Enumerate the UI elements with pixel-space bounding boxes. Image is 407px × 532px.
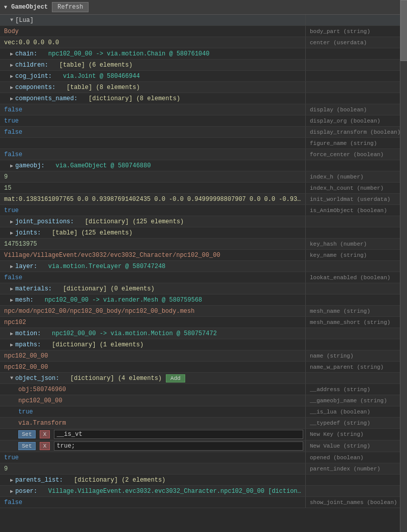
parents-list-value: [dictionary] (2 elements) <box>63 477 166 484</box>
chain-expand-icon: ▶ <box>10 51 13 57</box>
mesh-key: mesh: <box>15 297 34 304</box>
layer-row[interactable]: ▶ layer: via.motion.TreeLayer @ 58074724… <box>0 261 407 272</box>
children-value: [table] (6 elements) <box>48 62 133 69</box>
key-name-value: Village/VillageEvent/evc3032/evc3032_Cha… <box>4 252 220 259</box>
lua-label: [Lua] <box>15 17 34 24</box>
layer-value: via.motion.TreeLayer @ 580747248 <box>37 263 165 270</box>
scrollbar[interactable] <box>400 0 407 532</box>
cog-joint-row[interactable]: ▶ cog_joint: via.Joint @ 580466944 <box>0 71 407 82</box>
index-h-value: 9 <box>4 173 8 181</box>
gameobj-row[interactable]: ▶ gameobj: via.GameObject @ 580746880 <box>0 160 407 171</box>
poser-expand-icon: ▶ <box>10 488 13 494</box>
is-lua-row: true __is_lua (boolean) <box>0 406 407 418</box>
components-named-value: [dictionary] (8 elements) <box>77 95 180 102</box>
key-hash-row: 147513975 key_hash (number) <box>0 239 407 250</box>
components-named-expand-icon: ▶ <box>10 96 13 102</box>
gameobj-name-row: npc102_00_00 __gameobj_name (string) <box>0 395 407 406</box>
obj-addr-row: obj:580746960 __address (string) <box>0 384 407 395</box>
header: ▼ GameObject Refresh <box>0 0 407 15</box>
lookat-type: lookat_enabled (boolean) <box>310 275 390 281</box>
force-center-type: force_center (boolean) <box>310 152 384 158</box>
scrollbar-thumb[interactable] <box>400 0 407 61</box>
mesh-name-value: npc/mod/npc102_00/npc102_00_body/npc102_… <box>4 308 194 315</box>
object-json-value: [dictionary] (4 elements) <box>59 375 162 382</box>
force-center-row: false force_center (boolean) <box>0 149 407 160</box>
opened-row: true opened (boolean) <box>0 452 407 463</box>
name-value: npc102_00_00 <box>4 352 48 360</box>
name-w-parent-row: npc102_00_00 name_w_parent (string) <box>0 362 407 373</box>
materials-expand-icon: ▶ <box>10 286 13 292</box>
obj-addr-type: __address (string) <box>310 387 370 393</box>
children-expand-icon: ▶ <box>10 62 13 68</box>
poser-value: Village.VillageEvent.evc3032.evc3032_Cha… <box>37 488 303 495</box>
x-val-button[interactable]: X <box>40 442 50 450</box>
display-transform-type: display_transform (boolean) <box>310 129 400 135</box>
new-value-input[interactable] <box>54 441 303 451</box>
opened-type: opened (boolean) <box>310 455 364 461</box>
typedef-row: via.Transform __typedef (string) <box>0 418 407 429</box>
components-named-row[interactable]: ▶ components_named: [dictionary] (8 elem… <box>0 93 407 104</box>
new-value-row[interactable]: Set X New Value (string) <box>0 440 407 452</box>
display-transform-value: false <box>4 129 22 136</box>
init-worldmat-value: mat:0.1383161097765 0.0 0.93987691402435… <box>4 196 303 203</box>
index-h-count-type: index_h_count (number) <box>310 185 384 191</box>
poser-row[interactable]: ▶ poser: Village.VillageEvent.evc3032.ev… <box>0 486 407 497</box>
parents-list-row[interactable]: ▶ parents_list: [dictionary] (2 elements… <box>0 475 407 486</box>
object-json-row[interactable]: ▼ object_json: [dictionary] (4 elements)… <box>0 373 407 384</box>
figure-name-row: figure_name (string) <box>0 138 407 149</box>
index-h-type: index_h (number) <box>310 174 364 180</box>
materials-value: [dictionary] (0 elements) <box>52 285 155 292</box>
children-key: children: <box>15 62 48 69</box>
joints-expand-icon: ▶ <box>10 230 13 236</box>
chain-value: npc102_00_00 -> via.motion.Chain @ 58076… <box>37 50 209 57</box>
mesh-name-short-value: npc102 <box>4 319 26 326</box>
components-key: components: <box>15 84 55 91</box>
body-row: Body body_part (string) <box>0 26 407 37</box>
new-key-row[interactable]: Set X New Key (string) <box>0 429 407 440</box>
joint-positions-row[interactable]: ▶ joint_positions: [dictionary] (125 ele… <box>0 216 407 227</box>
index-h-count-row: 15 index_h_count (number) <box>0 183 407 194</box>
typedef-type: __typedef (string) <box>310 420 370 426</box>
gameobj-expand-icon: ▶ <box>10 163 13 169</box>
gameobj-value: via.GameObject @ 580746880 <box>45 162 151 169</box>
new-key-input[interactable] <box>54 430 303 439</box>
display-org-row: true display_org (boolean) <box>0 115 407 127</box>
mesh-expand-icon: ▶ <box>10 297 13 303</box>
joint-positions-value: [dictionary] (125 elements) <box>74 218 184 225</box>
show-joint-value: false <box>4 499 22 506</box>
add-button[interactable]: Add <box>166 374 185 382</box>
x-key-button[interactable]: X <box>40 430 50 438</box>
key-name-type: key_name (string) <box>310 252 367 258</box>
mesh-value: npc102_00_00 -> via.render.Mesh @ 580759… <box>34 297 202 304</box>
name-type: name (string) <box>310 353 354 359</box>
materials-row[interactable]: ▶ materials: [dictionary] (0 elements) <box>0 283 407 294</box>
key-hash-value: 147513975 <box>4 241 37 248</box>
set-val-button[interactable]: Set <box>18 442 36 450</box>
motion-row[interactable]: ▶ motion: npc102_00_00 -> via.motion.Mot… <box>0 328 407 339</box>
materials-key: materials: <box>15 285 52 292</box>
mesh-row[interactable]: ▶ mesh: npc102_00_00 -> via.render.Mesh … <box>0 294 407 306</box>
lua-header-row: ▼ [Lua] <box>0 15 407 26</box>
show-joint-row: false show_joint_names (boolean) <box>0 497 407 508</box>
mpaths-row[interactable]: ▶ mpaths: [dictionary] (1 elements) <box>0 339 407 350</box>
display-org-type: display_org (boolean) <box>310 118 381 124</box>
refresh-button[interactable]: Refresh <box>52 2 89 12</box>
name-row: npc102_00_00 name (string) <box>0 350 407 362</box>
set-key-button[interactable]: Set <box>18 430 36 438</box>
vec-type: center (userdata) <box>310 40 367 46</box>
display-transform-row: false display_transform (boolean) <box>0 127 407 138</box>
header-title: GameObject <box>11 4 48 11</box>
chain-row[interactable]: ▶ chain: npc102_00_00 -> via.motion.Chai… <box>0 48 407 60</box>
components-row[interactable]: ▶ components: [table] (8 elements) <box>0 82 407 93</box>
joints-row[interactable]: ▶ joints: [table] (125 elements) <box>0 227 407 239</box>
layer-key: layer: <box>15 263 37 270</box>
parent-index-row: 9 parent_index (number) <box>0 463 407 475</box>
gameobj-key: gameobj: <box>15 162 45 169</box>
mesh-name-type: mesh_name (string) <box>310 308 370 314</box>
lookat-value: false <box>4 274 22 281</box>
force-center-value: false <box>4 151 22 158</box>
gameobj-name-value: npc102_00_00 <box>18 397 62 404</box>
children-row[interactable]: ▶ children: [table] (6 elements) <box>0 60 407 71</box>
index-h-count-value: 15 <box>4 185 11 192</box>
init-worldmat-type: init_worldmat (userdata) <box>310 196 390 202</box>
